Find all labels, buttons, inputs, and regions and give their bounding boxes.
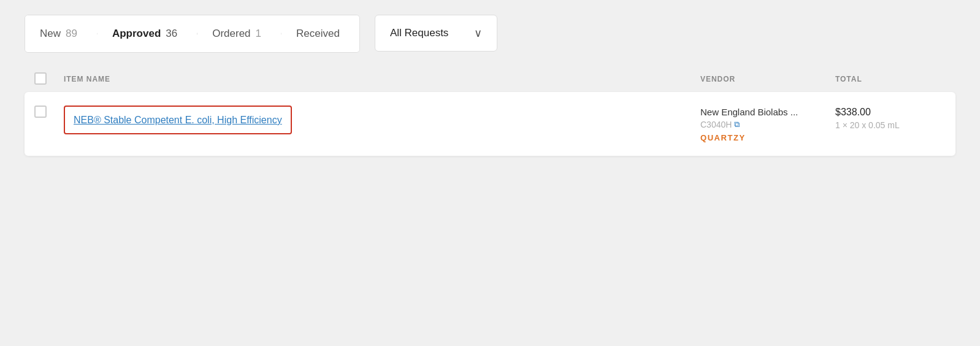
tab-new-label: New [40,28,61,40]
tab-approved[interactable]: Approved 36 [98,15,197,52]
col-header-vendor: Vendor [700,75,735,83]
total-price: $338.00 [835,107,946,118]
select-all-checkbox[interactable] [34,72,47,85]
status-tabs: New 89 Approved 36 Ordered 1 Received [25,15,360,53]
tab-new-count: 89 [66,28,77,40]
header-total: Total [835,73,946,84]
header-item-name: Item Name [64,73,700,84]
sku-text: C3040H [700,120,732,129]
tab-approved-count: 36 [166,28,177,40]
external-link-icon[interactable]: ⧉ [734,120,740,129]
table-header: Item Name Vendor Total [25,72,955,92]
col-header-item-name: Item Name [64,75,110,83]
row-item-name-col: NEB® Stable Competent E. coli, High Effi… [64,106,700,134]
col-header-total: Total [835,75,862,83]
total-qty: 1 × 20 x 0.05 mL [835,120,946,130]
tab-ordered-label: Ordered [212,28,250,40]
chevron-down-icon: ∨ [474,26,482,40]
all-requests-label: All Requests [390,27,448,39]
tab-received[interactable]: Received [281,15,359,52]
row-checkbox[interactable] [34,106,47,118]
tab-approved-label: Approved [112,28,161,40]
vendor-sku: C3040H ⧉ [700,120,835,129]
requests-table: Item Name Vendor Total NEB® Stable Compe… [25,72,955,156]
row-vendor-col: New England Biolabs ... C3040H ⧉ QUARTZY [700,106,835,142]
row-total-col: $338.00 1 × 20 x 0.05 mL [835,106,946,130]
vendor-brand: QUARTZY [700,133,835,142]
all-requests-button[interactable]: All Requests ∨ [375,15,497,52]
row-checkbox-col [34,106,64,118]
tab-ordered-count: 1 [256,28,261,40]
vendor-name: New England Biolabs ... [700,107,835,117]
item-name-link[interactable]: NEB® Stable Competent E. coli, High Effi… [64,106,292,134]
header-checkbox-col [34,72,64,85]
tab-new[interactable]: New 89 [25,15,98,52]
tab-bar: New 89 Approved 36 Ordered 1 Received Al… [25,15,955,53]
tab-received-label: Received [296,28,340,40]
tab-ordered[interactable]: Ordered 1 [197,15,281,52]
header-vendor: Vendor [700,73,835,84]
table-row: NEB® Stable Competent E. coli, High Effi… [25,92,955,156]
